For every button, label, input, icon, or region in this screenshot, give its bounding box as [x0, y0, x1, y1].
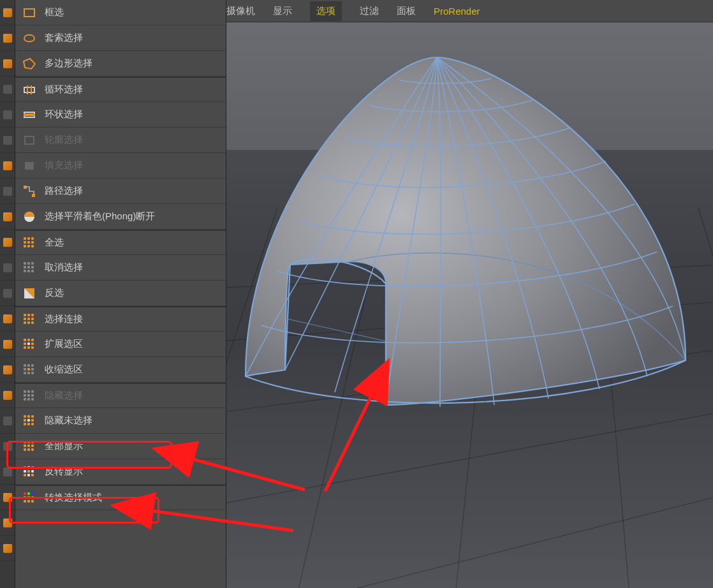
tool-item[interactable]	[0, 204, 15, 230]
select-all-icon	[22, 235, 37, 251]
phong-break-icon	[22, 209, 37, 224]
svg-rect-19	[25, 136, 34, 144]
menu-camera[interactable]: 摄像机	[226, 5, 255, 17]
polygon-select-icon	[22, 56, 37, 71]
menu-hide-selected: 隐藏选择	[15, 383, 226, 408]
tool-item[interactable]	[0, 408, 15, 434]
ring-select-icon	[22, 107, 37, 122]
rectangle-select-icon	[22, 5, 37, 20]
menu-label: 扩展选区	[45, 338, 83, 350]
menu-prorender[interactable]: ProRender	[434, 6, 480, 17]
menu-hide-unselected[interactable]: 隐藏未选择	[15, 408, 226, 434]
tool-item[interactable]	[0, 510, 15, 536]
menu-label: 反选	[45, 287, 64, 299]
shrink-selection-icon	[22, 362, 37, 378]
viewport-3d[interactable]	[226, 22, 713, 588]
menu-label: 反转显示	[45, 466, 83, 478]
menu-label: 收缩选区	[45, 364, 83, 376]
menu-invert-visibility[interactable]: 反转显示	[15, 459, 226, 485]
svg-line-4	[226, 459, 713, 588]
menu-label: 转换选择模式	[45, 492, 102, 504]
deselect-all-icon	[22, 260, 37, 276]
svg-rect-20	[25, 162, 34, 170]
menu-select-connected[interactable]: 选择连接	[15, 306, 226, 332]
hide-selected-icon	[22, 388, 37, 404]
menu-label: 套索选择	[45, 32, 83, 44]
menu-display[interactable]: 显示	[273, 5, 292, 17]
menu-panel[interactable]: 面板	[397, 5, 416, 17]
invert-icon	[22, 286, 37, 301]
tool-item[interactable]	[0, 357, 15, 383]
tool-item[interactable]	[0, 383, 15, 408]
tool-item[interactable]	[0, 102, 15, 128]
menu-grow-selection[interactable]: 扩展选区	[15, 332, 226, 357]
selection-menu: 框选 套索选择 多边形选择 循环选择 环状选择 轮廓选择 填充选	[15, 0, 226, 588]
dome-object[interactable]	[226, 22, 711, 462]
outline-select-icon	[22, 133, 37, 148]
invert-visibility-icon	[22, 464, 37, 480]
svg-rect-22	[32, 194, 35, 197]
menu-outline-select: 轮廓选择	[15, 128, 226, 153]
menu-label: 多边形选择	[45, 57, 92, 70]
svg-rect-18	[24, 114, 35, 116]
menu-label: 环状选择	[45, 108, 83, 121]
menu-label: 隐藏选择	[45, 390, 83, 402]
menu-unhide-all[interactable]: 全部显示	[15, 434, 226, 459]
menu-label: 隐藏未选择	[45, 415, 92, 427]
grow-selection-icon	[22, 337, 37, 352]
tool-item[interactable]	[0, 0, 15, 26]
menu-label: 轮廓选择	[45, 134, 83, 146]
tool-strip	[0, 0, 15, 588]
tool-item[interactable]	[0, 255, 15, 281]
menu-shrink-selection[interactable]: 收缩选区	[15, 357, 226, 383]
menu-path-select[interactable]: 路径选择	[15, 179, 226, 204]
tool-item[interactable]	[0, 485, 15, 510]
tool-item[interactable]	[0, 26, 15, 51]
svg-rect-15	[27, 85, 28, 94]
svg-rect-16	[31, 85, 32, 94]
tool-item[interactable]	[0, 230, 15, 255]
tool-item[interactable]	[0, 536, 15, 561]
menu-select-all[interactable]: 全选	[15, 230, 226, 255]
tool-item[interactable]	[0, 281, 15, 306]
menu-loop-select[interactable]: 循环选择	[15, 77, 226, 102]
tool-item[interactable]	[0, 306, 15, 332]
menu-label: 框选	[45, 6, 64, 18]
menu-label: 取消选择	[45, 261, 83, 274]
menu-fill-select: 填充选择	[15, 153, 226, 179]
menu-deselect-all[interactable]: 取消选择	[15, 255, 226, 281]
tool-item[interactable]	[0, 153, 15, 179]
menu-box-select[interactable]: 框选	[15, 0, 226, 26]
tool-item[interactable]	[0, 77, 15, 102]
menu-label: 全选	[45, 237, 64, 249]
svg-rect-14	[24, 87, 34, 92]
menu-convert-mode[interactable]: 转换选择模式	[15, 485, 226, 510]
path-select-icon	[22, 184, 37, 199]
lasso-icon	[22, 31, 37, 46]
menu-polygon-select[interactable]: 多边形选择	[15, 51, 226, 77]
menu-lasso-select[interactable]: 套索选择	[15, 26, 226, 51]
tool-item[interactable]	[0, 128, 15, 153]
menu-ring-select[interactable]: 环状选择	[15, 102, 226, 128]
menu-filter[interactable]: 过滤	[360, 5, 379, 17]
loop-select-icon	[22, 82, 37, 98]
select-connected-icon	[22, 312, 37, 327]
svg-rect-21	[24, 186, 27, 189]
tool-item[interactable]	[0, 434, 15, 459]
menu-label: 全部显示	[45, 440, 83, 452]
hide-unselected-icon	[22, 413, 37, 429]
convert-mode-icon	[22, 490, 37, 506]
menu-label: 选择平滑着色(Phong)断开	[45, 210, 155, 223]
menu-options[interactable]: 选项	[310, 1, 342, 21]
menu-label: 填充选择	[45, 159, 83, 172]
tool-item[interactable]	[0, 459, 15, 485]
svg-line-13	[287, 319, 386, 341]
menu-label: 循环选择	[45, 84, 83, 96]
menu-invert[interactable]: 反选	[15, 281, 226, 306]
tool-item[interactable]	[0, 51, 15, 77]
tool-item[interactable]	[0, 179, 15, 204]
menu-phong-break-select[interactable]: 选择平滑着色(Phong)断开	[15, 204, 226, 230]
menu-label: 路径选择	[45, 185, 83, 197]
menu-label: 选择连接	[45, 313, 83, 325]
tool-item[interactable]	[0, 332, 15, 357]
